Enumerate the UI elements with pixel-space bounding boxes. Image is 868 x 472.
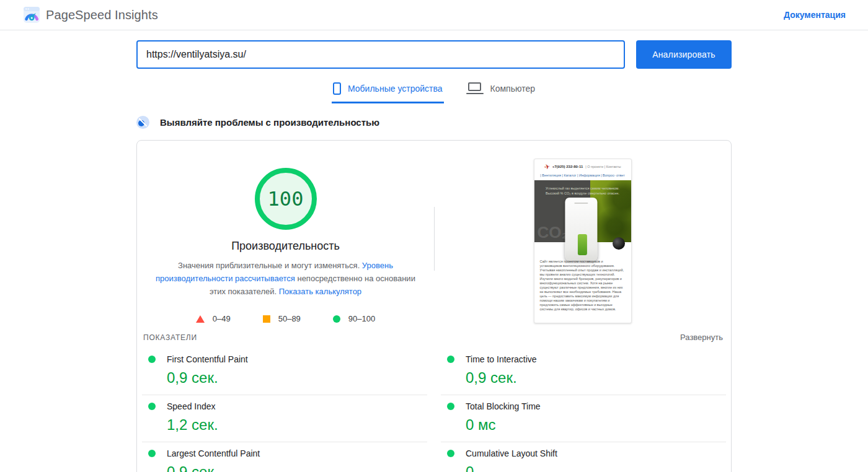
performance-intro-row: Выявляйте проблемы с производительностью (136, 116, 732, 129)
average-square-icon (263, 315, 270, 323)
laptop-icon (466, 82, 484, 95)
metric-pass-dot-icon (447, 356, 454, 363)
tab-mobile-label: Мобильные устройства (348, 84, 443, 94)
thumb-phone-number: +7(925) 232-80-11 (552, 165, 583, 168)
report-card: 100 Производительность Значения приблизи… (136, 140, 732, 472)
score-panel: 100 Производительность Значения приблизи… (137, 141, 434, 323)
metrics-section-header: ПОКАЗАТЕЛИ Развернуть (137, 323, 731, 348)
metric-value: 0 мс (466, 416, 726, 434)
tab-desktop[interactable]: Компьютер (465, 77, 536, 103)
metric-value: 0 (466, 463, 726, 472)
vertical-divider (434, 207, 435, 271)
legend-item-average: 50–89 (263, 314, 301, 323)
score-legend: 0–49 50–89 90–100 (137, 314, 434, 323)
thumb-hero-title: Углекислый газ выделяется самим человеко… (534, 180, 631, 196)
app-header: PageSpeed Insights Документация (0, 0, 868, 30)
thumb-hero-banner: Углекислый газ выделяется самим человеко… (534, 180, 631, 242)
pagespeed-brand-link[interactable]: PageSpeed Insights (24, 7, 158, 23)
tab-desktop-label: Компьютер (490, 84, 535, 94)
metric-label: Time to Interactive (466, 354, 537, 364)
metric-pass-dot-icon (148, 356, 156, 363)
metric-value: 0,9 сек. (466, 369, 726, 387)
metric-label: Cumulative Layout Shift (466, 448, 557, 458)
metric-item: First Contentful Paint 0,9 сек. (142, 348, 427, 395)
url-input[interactable] (136, 40, 625, 69)
metric-value: 0,9 сек. (167, 369, 427, 387)
legend-item-pass: 90–100 (333, 314, 375, 323)
app-title: PageSpeed Insights (46, 8, 158, 22)
expand-button[interactable]: Развернуть (680, 333, 723, 342)
thumb-co2-watermark: CO₂ (538, 223, 569, 242)
documentation-link[interactable]: Документация (784, 10, 846, 20)
metrics-section-title: ПОКАЗАТЕЛИ (143, 333, 197, 342)
legend-item-fail: 0–49 (196, 314, 231, 323)
pagespeed-logo-icon (24, 7, 40, 23)
metric-label: Total Blocking Time (466, 401, 541, 411)
legend-range-label: 0–49 (213, 314, 231, 323)
pass-circle-icon (333, 315, 340, 323)
tab-mobile[interactable]: Мобильные устройства (332, 77, 444, 103)
thumb-site-nav: | Вентиляция | Каталог | Информация | Во… (534, 172, 631, 180)
metrics-grid: First Contentful Paint 0,9 сек. Time to … (137, 348, 731, 472)
category-title: Производительность (137, 240, 434, 253)
metric-pass-dot-icon (447, 403, 454, 410)
analyze-bar: Анализировать (136, 40, 732, 69)
thumb-dark-knob (613, 237, 625, 250)
metric-value: 0,9 сек. (167, 463, 427, 472)
thumb-ventilation-device (565, 198, 597, 261)
performance-score-gauge: 100 (255, 168, 317, 230)
legend-range-label: 50–89 (278, 314, 301, 323)
metric-item: Cumulative Layout Shift 0 (441, 442, 726, 472)
report-summary: 100 Производительность Значения приблизи… (137, 141, 731, 323)
metric-label: Largest Contentful Paint (167, 448, 260, 458)
thumb-device-screen (578, 234, 587, 255)
fail-triangle-icon (196, 315, 205, 323)
metric-item: Largest Contentful Paint 0,9 сек. (142, 442, 427, 472)
analyze-button[interactable]: Анализировать (636, 40, 732, 69)
intro-heading: Выявляйте проблемы с производительностью (160, 117, 379, 128)
device-tabs: Мобильные устройства Компьютер (136, 77, 732, 103)
speed-gauge-icon (136, 116, 149, 129)
metric-item: Speed Index 1,2 сек. (142, 395, 427, 442)
metric-label: Speed Index (167, 401, 216, 411)
legend-range-label: 90–100 (348, 314, 375, 323)
metric-item: Time to Interactive 0,9 сек. (441, 348, 726, 395)
performance-score-value: 100 (268, 187, 304, 211)
show-calculator-link[interactable]: Показать калькулятор (279, 287, 361, 296)
score-description: Значения приблизительные и могут изменят… (152, 259, 420, 298)
description-text: Значения приблизительные и могут изменят… (178, 261, 362, 270)
thumb-site-logo-icon: ✈ (543, 163, 551, 171)
screenshot-panel: ✈ +7(925) 232-80-11 | О проекте | Контак… (434, 141, 731, 323)
thumb-header-links: | О проекте | Контакты (585, 165, 621, 168)
metric-pass-dot-icon (447, 450, 454, 457)
metric-label: First Contentful Paint (167, 354, 248, 364)
metric-item: Total Blocking Time 0 мс (441, 395, 726, 442)
thumb-site-header: ✈ +7(925) 232-80-11 | О проекте | Контак… (534, 159, 631, 172)
metric-pass-dot-icon (148, 450, 156, 457)
page-screenshot-thumbnail: ✈ +7(925) 232-80-11 | О проекте | Контак… (534, 159, 632, 323)
metric-pass-dot-icon (148, 403, 156, 410)
metric-value: 1,2 сек. (167, 416, 427, 434)
phone-icon (333, 82, 341, 95)
